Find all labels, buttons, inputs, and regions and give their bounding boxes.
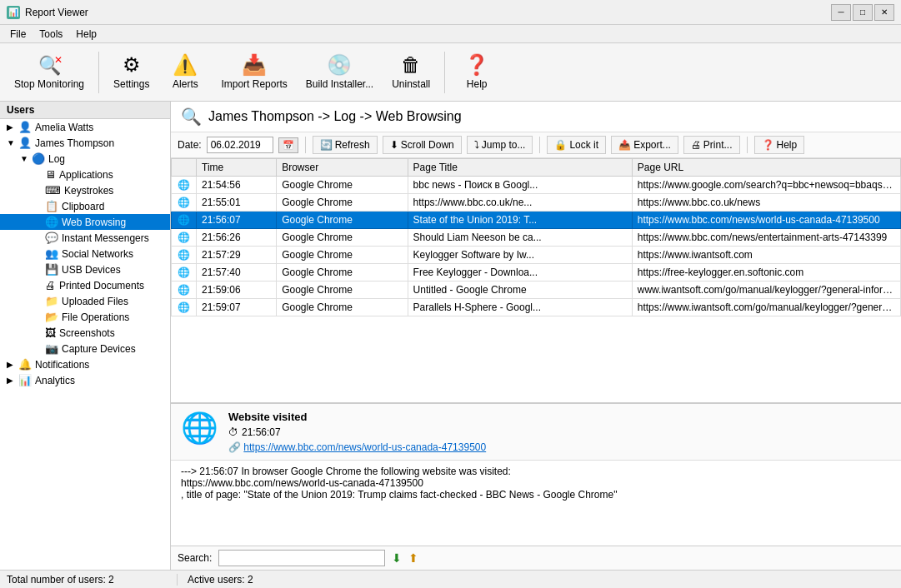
globe-icon: 🌐 bbox=[178, 267, 190, 278]
help-button[interactable]: ❓ Help bbox=[452, 51, 502, 94]
row-title-1: https://www.bbc.co.uk/ne... bbox=[408, 194, 632, 212]
breadcrumb-bar: 🔍 James Thompson -> Log -> Web Browsing bbox=[171, 102, 901, 132]
import-reports-label: Import Reports bbox=[221, 78, 287, 90]
sidebar-item-james-thompson[interactable]: ▼👤James Thompson bbox=[0, 135, 170, 151]
sidebar-item-amelia-watts[interactable]: ▶👤Amelia Watts bbox=[0, 119, 170, 135]
row-browser-1: Google Chrome bbox=[277, 194, 408, 212]
table-row[interactable]: 🌐 21:55:01 Google Chrome https://www.bbc… bbox=[172, 194, 901, 212]
action-sep-1 bbox=[305, 137, 306, 153]
sidebar-item-applications[interactable]: 🖥Applications bbox=[0, 167, 170, 182]
table-row[interactable]: 🌐 21:56:26 Google Chrome Should Liam Nee… bbox=[172, 229, 901, 247]
minimize-button[interactable]: ─ bbox=[831, 4, 851, 21]
search-input[interactable] bbox=[218, 550, 385, 566]
table-row[interactable]: 🌐 21:59:06 Google Chrome Untitled - Goog… bbox=[172, 282, 901, 299]
table-row[interactable]: 🌐 21:57:29 Google Chrome Keylogger Softw… bbox=[172, 247, 901, 264]
uninstall-button[interactable]: 🗑 Uninstall bbox=[384, 51, 438, 94]
tree-label-instant-messengers: Instant Messengers bbox=[62, 232, 149, 244]
row-url-6: www.iwantsoft.com/go/manual/keylogger/?g… bbox=[632, 282, 900, 299]
window-controls: ─ □ ✕ bbox=[831, 4, 894, 21]
tree-icon-printed-documents: 🖨 bbox=[45, 279, 56, 292]
row-browser-2: Google Chrome bbox=[277, 212, 408, 229]
search-up-arrow[interactable]: ⬆ bbox=[408, 551, 418, 565]
tree-label-screenshots: Screenshots bbox=[59, 327, 115, 339]
print-button[interactable]: 🖨 Print... bbox=[683, 136, 740, 154]
detail-link[interactable]: https://www.bbc.com/news/world-us-canada… bbox=[243, 441, 486, 453]
search-down-arrow[interactable]: ⬇ bbox=[392, 551, 402, 565]
detail-globe-icon: 🌐 bbox=[181, 411, 218, 446]
action-help-label: Help bbox=[777, 139, 798, 151]
row-title-6: Untitled - Google Chrome bbox=[408, 282, 632, 299]
table-body: 🌐 21:54:56 Google Chrome bbc news - Поис… bbox=[172, 177, 901, 316]
globe-icon: 🌐 bbox=[178, 232, 190, 243]
table-row[interactable]: 🌐 21:57:40 Google Chrome Free Keylogger … bbox=[172, 264, 901, 282]
menu-help[interactable]: Help bbox=[69, 27, 103, 42]
row-icon-7: 🌐 bbox=[172, 299, 197, 316]
app-title: Report Viewer bbox=[25, 7, 88, 18]
sidebar-item-web-browsing[interactable]: 🌐Web Browsing bbox=[0, 214, 170, 230]
build-installer-button[interactable]: 💿 Build Installer... bbox=[298, 51, 381, 94]
tree-icon-analytics: 📊 bbox=[18, 374, 32, 386]
sidebar-item-keystrokes[interactable]: ⌨Keystrokes bbox=[0, 182, 170, 198]
status-users-total: Total number of users: 2 bbox=[7, 574, 178, 586]
close-button[interactable]: ✕ bbox=[874, 4, 894, 21]
refresh-icon: 🔄 bbox=[320, 139, 333, 151]
tree-arrow-notifications: ▶ bbox=[7, 360, 17, 369]
refresh-button[interactable]: 🔄 Refresh bbox=[313, 136, 378, 154]
tree-icon-keystrokes: ⌨ bbox=[45, 184, 61, 197]
menu-file[interactable]: File bbox=[3, 27, 33, 42]
tree-arrow-log: ▼ bbox=[20, 154, 30, 163]
tree-label-james-thompson: James Thompson bbox=[35, 137, 114, 149]
sidebar-item-instant-messengers[interactable]: 💬Instant Messengers bbox=[0, 230, 170, 246]
row-icon-3: 🌐 bbox=[172, 229, 197, 247]
row-title-2: State of the Union 2019: T... bbox=[408, 212, 632, 229]
row-time-1: 21:55:01 bbox=[197, 194, 277, 212]
menu-bar: File Tools Help bbox=[0, 25, 901, 43]
tree-icon-file-operations: 📂 bbox=[45, 311, 58, 323]
sidebar-header: Users bbox=[0, 102, 170, 119]
sidebar-item-capture-devices[interactable]: 📷Capture Devices bbox=[0, 341, 170, 356]
maximize-button[interactable]: □ bbox=[853, 4, 873, 21]
row-browser-0: Google Chrome bbox=[277, 177, 408, 194]
row-browser-4: Google Chrome bbox=[277, 247, 408, 264]
row-url-3: https://www.bbc.com/news/entertainment-a… bbox=[632, 229, 900, 247]
scroll-down-button[interactable]: ⬇ Scroll Down bbox=[383, 136, 462, 154]
export-button[interactable]: 📤 Export... bbox=[611, 136, 678, 154]
sidebar-item-log[interactable]: ▼🔵Log bbox=[0, 151, 170, 167]
row-url-7: https://www.iwantsoft.com/go/manual/keyl… bbox=[632, 299, 900, 316]
globe-icon: 🌐 bbox=[178, 284, 190, 296]
table-row[interactable]: 🌐 21:54:56 Google Chrome bbc news - Поис… bbox=[172, 177, 901, 194]
jump-to-button[interactable]: ⤵ Jump to... bbox=[467, 136, 533, 154]
title-bar: 📊 Report Viewer ─ □ ✕ bbox=[0, 0, 901, 25]
sidebar-item-notifications[interactable]: ▶🔔Notifications bbox=[0, 356, 170, 372]
stop-monitoring-button[interactable]: 🔍 ✕ Stop Monitoring bbox=[7, 51, 92, 94]
date-input[interactable] bbox=[207, 137, 273, 153]
tree-label-uploaded-files: Uploaded Files bbox=[62, 296, 128, 307]
action-help-button[interactable]: ❓ Help bbox=[754, 136, 805, 154]
tree-label-amelia-watts: Amelia Watts bbox=[35, 122, 93, 133]
sidebar-item-printed-documents[interactable]: 🖨Printed Documents bbox=[0, 277, 170, 293]
sidebar-item-uploaded-files[interactable]: 📁Uploaded Files bbox=[0, 293, 170, 309]
row-title-4: Keylogger Software by Iw... bbox=[408, 247, 632, 264]
tree-container: ▶👤Amelia Watts▼👤James Thompson▼🔵Log🖥Appl… bbox=[0, 119, 170, 388]
calendar-button[interactable]: 📅 bbox=[278, 137, 298, 153]
sidebar-item-social-networks[interactable]: 👥Social Networks bbox=[0, 246, 170, 262]
menu-tools[interactable]: Tools bbox=[33, 27, 69, 42]
row-browser-5: Google Chrome bbox=[277, 264, 408, 282]
sidebar-item-file-operations[interactable]: 📂File Operations bbox=[0, 309, 170, 325]
import-reports-icon: 📥 bbox=[242, 55, 267, 75]
sidebar-item-clipboard[interactable]: 📋Clipboard bbox=[0, 198, 170, 214]
alerts-button[interactable]: ⚠️ Alerts bbox=[160, 51, 210, 94]
tree-icon-social-networks: 👥 bbox=[45, 247, 58, 260]
table-row[interactable]: 🌐 21:59:07 Google Chrome Parallels H-Sph… bbox=[172, 299, 901, 316]
row-icon-1: 🌐 bbox=[172, 194, 197, 212]
export-icon: 📤 bbox=[618, 139, 631, 151]
sidebar-item-screenshots[interactable]: 🖼Screenshots bbox=[0, 325, 170, 341]
lock-it-button[interactable]: 🔒 Lock it bbox=[547, 136, 606, 154]
tree-arrow-analytics: ▶ bbox=[7, 376, 17, 385]
sidebar-item-analytics[interactable]: ▶📊Analytics bbox=[0, 372, 170, 388]
table-row[interactable]: 🌐 21:56:07 Google Chrome State of the Un… bbox=[172, 212, 901, 229]
sidebar-item-usb-devices[interactable]: 💾USB Devices bbox=[0, 262, 170, 277]
tree-label-capture-devices: Capture Devices bbox=[62, 343, 136, 355]
import-reports-button[interactable]: 📥 Import Reports bbox=[213, 51, 294, 94]
settings-button[interactable]: ⚙ Settings bbox=[106, 51, 157, 94]
